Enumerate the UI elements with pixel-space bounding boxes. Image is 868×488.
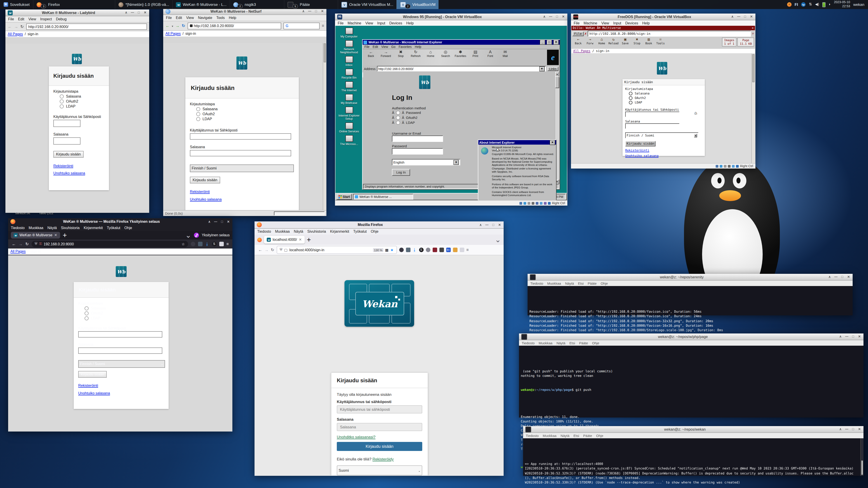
minimize-button[interactable] (737, 15, 741, 19)
menu-item[interactable]: Tools (216, 16, 225, 20)
back-icon[interactable]: ← (258, 248, 262, 252)
reload-icon[interactable]: ↻ (271, 248, 274, 252)
dillo-titlebar[interactable]: Dillo: WeKan Ä® Multiverse ✕ (571, 26, 755, 30)
dillo-toolbar-button[interactable]: →Forw (584, 37, 596, 45)
win95-desktop-icon[interactable]: Online Services (337, 123, 361, 133)
shade-button[interactable] (542, 15, 546, 19)
forward-icon[interactable]: → (19, 242, 23, 246)
menu-item[interactable]: Help (642, 21, 650, 25)
radio-icon[interactable] (629, 96, 632, 100)
taskbar-virtualbox-manager[interactable]: V Oracle VM VirtualBox M... (338, 0, 397, 9)
terminal-output[interactable]: => App running at: http://localhost:4000… (523, 438, 861, 476)
menu-item[interactable]: Sivuhistoria (61, 226, 80, 230)
ie-toolbar-button[interactable]: ▤Print (468, 50, 483, 57)
radio-icon[interactable] (629, 92, 632, 95)
minimize-button[interactable] (834, 275, 838, 279)
network-tray-icon[interactable]: ⇅ (809, 2, 812, 7)
firefox-titlebar[interactable]: Mozilla Firefox (254, 221, 504, 229)
back-icon[interactable]: ← (8, 24, 12, 29)
menu-item[interactable]: Ohje (592, 341, 599, 345)
all-pages-link[interactable]: All Pages (8, 32, 23, 36)
taskbar-task-ie[interactable]: WeKan ® Multiverse ... (353, 194, 413, 199)
menu-item[interactable]: Näytä (557, 341, 565, 345)
close-button[interactable] (143, 11, 147, 14)
file-menu-button[interactable]: File (572, 31, 584, 36)
terminal-scrollbar[interactable] (860, 438, 864, 476)
minimize-button[interactable] (308, 9, 311, 13)
address-dropdown[interactable]: ▼ (539, 66, 545, 71)
radio-icon[interactable] (85, 311, 89, 315)
close-button[interactable] (749, 15, 753, 19)
all-pages-link[interactable]: All Pages (573, 49, 590, 53)
language-select[interactable]: Finnish / Suomi (190, 164, 294, 172)
vertical-scrollbar[interactable] (323, 43, 327, 210)
minimize-button[interactable] (549, 15, 553, 19)
minimize-button[interactable] (845, 335, 848, 338)
menu-item[interactable]: Muokkaa (275, 230, 290, 234)
dillo-toolbar-button[interactable]: ✖Stop (631, 37, 643, 45)
battery-tray-icon[interactable] (822, 2, 826, 7)
menu-icon[interactable]: ≡ (226, 242, 229, 246)
close-tab-icon[interactable]: ✕ (54, 233, 57, 237)
register-link[interactable]: Rekisteröinti (190, 190, 210, 194)
start-button[interactable]: Start (337, 194, 352, 199)
ie-toolbar-button[interactable]: ✖Stop (393, 50, 408, 57)
language-select[interactable]: Finnish / Suomi ⌄ (78, 360, 165, 368)
zoom-level[interactable]: 130 % (373, 248, 383, 252)
url-bar[interactable]: http://192.168.0.20:8000/ (187, 22, 281, 29)
menu-item[interactable]: File (166, 16, 172, 20)
radio-icon[interactable] (196, 112, 200, 116)
password-input[interactable] (53, 137, 81, 144)
radio-icon[interactable] (396, 121, 400, 125)
username-input[interactable] (53, 120, 81, 127)
download-icon[interactable]: ⭳ (205, 242, 209, 246)
extension-shield-icon[interactable] (406, 248, 410, 252)
menu-item[interactable]: File (338, 21, 344, 25)
win95-desktop-icon[interactable]: The Microso... (337, 135, 361, 145)
tab-wekan[interactable]: w WeKan ® Multiverse ✕ (11, 232, 60, 238)
ie-toolbar-button[interactable]: ✉Mail (498, 50, 513, 57)
terminal-titlebar[interactable]: wekan@z: ~/repos/w/php/page (519, 333, 864, 340)
taskbar-gimp[interactable]: *[Nimetön]-1.0 (RGB-vä... (115, 0, 173, 9)
insecure-lock-icon[interactable]: ⚿ (39, 242, 42, 246)
menu-item[interactable]: Pääte (588, 282, 596, 286)
extension-gray-icon[interactable] (426, 248, 430, 252)
user-menu[interactable]: wekan (853, 2, 864, 7)
screenshot-icon[interactable]: ▦ (385, 248, 389, 252)
dillo-toolbar-button[interactable]: ⌂Home (596, 37, 608, 45)
forgot-password-link[interactable]: Unohtuiko salasana (78, 391, 110, 395)
register-link[interactable]: Rekisteröinti (625, 149, 649, 152)
close-button[interactable] (320, 9, 324, 13)
ie-toolbar-button[interactable]: ⌂Home (423, 50, 438, 57)
firewall-tray-icon[interactable] (787, 2, 792, 7)
password-input[interactable] (337, 423, 422, 431)
menu-item[interactable]: Go (391, 45, 396, 48)
new-tab-button[interactable]: + (63, 231, 67, 239)
back-icon[interactable]: ← (12, 242, 16, 246)
bookmark-star-icon[interactable]: ★ (391, 248, 394, 252)
dillo-toolbar-button[interactable]: ←Back (572, 37, 584, 45)
dillo-toolbar-button[interactable]: ⌗Tools (655, 37, 666, 45)
forward-icon[interactable]: → (14, 24, 18, 29)
radio-icon[interactable] (196, 117, 200, 121)
shade-button[interactable] (839, 335, 842, 338)
shade-button[interactable] (208, 220, 211, 223)
menu-item[interactable]: Etsi (574, 434, 579, 438)
register-link[interactable]: Rekisteröidy (373, 457, 394, 461)
menu-item[interactable]: Edit (373, 45, 378, 48)
menu-item[interactable]: Etsi (578, 282, 584, 286)
all-pages-link[interactable]: All Pages (165, 32, 181, 36)
menu-item[interactable]: Näytä (294, 230, 303, 234)
radio-icon[interactable] (396, 111, 400, 115)
password-input[interactable] (392, 148, 443, 155)
menu-item[interactable]: Inspect (40, 17, 52, 21)
close-button[interactable] (858, 427, 861, 431)
dillo-toolbar-button[interactable]: ▥Book (643, 37, 655, 45)
password-input[interactable] (190, 150, 291, 156)
extension-s-icon[interactable]: S (419, 248, 423, 252)
maximize-button[interactable] (220, 220, 224, 223)
username-input[interactable] (625, 111, 680, 117)
maximize-button[interactable] (137, 11, 141, 14)
maximize-button[interactable] (851, 427, 855, 431)
menu-item[interactable]: View (381, 45, 388, 48)
